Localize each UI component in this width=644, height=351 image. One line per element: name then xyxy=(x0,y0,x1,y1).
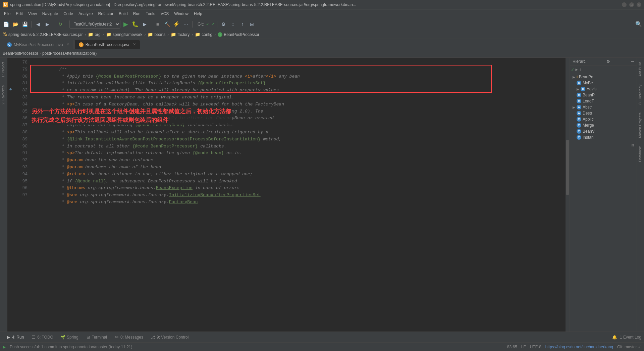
save-button[interactable]: 💾 xyxy=(21,20,29,28)
h-icon-destr: A xyxy=(577,111,581,116)
vcs-tab-label: 9: Version Control xyxy=(157,335,189,340)
ln-85: 85 xyxy=(14,108,28,115)
h-label-mybe: MyBe xyxy=(583,81,593,85)
refresh-button[interactable]: ↻ xyxy=(56,20,64,28)
h-item-beanv[interactable]: C BeanV xyxy=(570,128,637,134)
vcs-button[interactable]: ↕ xyxy=(229,20,237,28)
minimize-button[interactable]: ─ xyxy=(622,2,627,7)
status-position[interactable]: 83:65 xyxy=(507,345,517,349)
beanpostprocessor-path[interactable]: BeanPostProcessor xyxy=(224,32,259,37)
todo-icon: ☰ xyxy=(31,335,36,340)
hierarchy-settings-icon[interactable]: ⚙ xyxy=(606,59,610,64)
menu-edit[interactable]: Edit xyxy=(13,10,25,17)
run-tab-run[interactable]: ▶ 4: Run xyxy=(3,333,27,342)
menu-run[interactable]: Run xyxy=(130,10,143,17)
tab1-type-icon: C xyxy=(7,42,12,47)
h-item-destr[interactable]: A Destr xyxy=(570,110,637,116)
h-icon-applic: C xyxy=(577,117,581,122)
h-item-instan[interactable]: C Instan xyxy=(570,134,637,140)
run-coverage-button[interactable]: ▶ xyxy=(141,20,149,28)
h-icon-merge: C xyxy=(577,123,581,128)
h-item-beanp[interactable]: C BeanP xyxy=(570,92,637,98)
status-url[interactable]: https://blog.csdn.net/suchanidaerkang xyxy=(545,345,613,349)
event-log-label[interactable]: 1 Event Log xyxy=(620,335,641,340)
menu-analyze[interactable]: Analyze xyxy=(76,10,96,17)
settings-button[interactable]: ⚙ xyxy=(220,20,228,28)
build-button[interactable]: 🔨 xyxy=(163,20,171,28)
breadcrumb-method[interactable]: postProcessAfterInitialization() xyxy=(42,51,97,56)
scrollbar-thumb[interactable] xyxy=(566,140,569,195)
hierarchy-collapse-icon[interactable]: ─ xyxy=(631,59,634,64)
h-item-beanpo[interactable]: ▶ I BeanPo xyxy=(570,74,637,80)
config-icon: 📁 xyxy=(195,32,200,37)
side-tab-project[interactable]: 1: Project xyxy=(0,58,7,81)
tab1-close-icon[interactable]: ✕ xyxy=(66,42,69,47)
h-item-mybe[interactable]: C MyBe xyxy=(570,80,637,86)
more-button[interactable]: ⋯ xyxy=(182,20,190,28)
fold-icon[interactable]: ⊖ xyxy=(9,87,12,92)
menu-refactor[interactable]: Refactor xyxy=(96,10,116,17)
open-button[interactable]: 📂 xyxy=(11,20,19,28)
back-button[interactable]: ◀ xyxy=(34,20,42,28)
h-item-merge[interactable]: C Merge xyxy=(570,122,637,128)
h-item-applic[interactable]: C Applic xyxy=(570,116,637,122)
menu-help[interactable]: Help xyxy=(191,10,205,17)
side-tab-favorites[interactable]: 2: Favorites xyxy=(0,81,7,108)
status-lf[interactable]: LF xyxy=(521,345,526,349)
menu-code[interactable]: Code xyxy=(61,10,76,17)
h-item-loadt[interactable]: C LoadT xyxy=(570,98,637,104)
side-tab-hierarchy[interactable]: 8: Hierarchy xyxy=(637,81,644,108)
run-tab-messages[interactable]: ✉ 0: Messages xyxy=(111,333,147,342)
config-path[interactable]: config xyxy=(202,32,212,37)
menu-window[interactable]: Window xyxy=(171,10,191,17)
run-tab-terminal[interactable]: ⊟ Terminal xyxy=(83,333,110,342)
run-tab-vcs[interactable]: ⎇ 9: Version Control xyxy=(147,333,192,342)
maximize-button[interactable]: □ xyxy=(629,2,634,7)
menu-vcs[interactable]: VCS xyxy=(158,10,172,17)
search-icon[interactable]: 🔍 xyxy=(635,21,642,28)
beans-path[interactable]: beans xyxy=(154,32,165,37)
h-label-destr: Destr xyxy=(583,111,592,116)
stop-button[interactable]: ■ xyxy=(154,20,162,28)
status-branch[interactable]: Git: master ✓ xyxy=(617,345,641,349)
run-config-selector[interactable]: TestOfLifeCycle.test2 xyxy=(69,20,120,29)
hierarchy-up-icon[interactable]: ↑ xyxy=(579,68,582,72)
run-tab-todo[interactable]: ☰ 6: TODO xyxy=(28,333,57,342)
status-utf[interactable]: UTF-8 xyxy=(530,345,541,349)
h-item-advis[interactable]: ▶ C Advis xyxy=(570,86,637,92)
h-item-abstr[interactable]: ▶ A Abstr xyxy=(570,104,637,110)
run-icon-status: ▶ xyxy=(3,345,6,349)
menu-tools[interactable]: Tools xyxy=(143,10,158,17)
org-path[interactable]: org xyxy=(95,32,100,37)
push-button[interactable]: ↑ xyxy=(238,20,247,28)
tab-beanpostprocessor[interactable]: I BeanPostProcessor.java ✕ xyxy=(74,40,140,49)
side-tab-maven[interactable]: Maven Projects xyxy=(637,108,644,142)
side-tab-antbuild[interactable]: Ant Build xyxy=(637,58,644,81)
make-button[interactable]: ⚡ xyxy=(172,20,180,28)
forward-button[interactable]: ▶ xyxy=(43,20,51,28)
side-tabs-left: 1: Project 2: Favorites xyxy=(0,58,7,332)
tab-mybeanpostprocessor[interactable]: C MyBeanPostProcessor.java ✕ xyxy=(3,40,74,49)
ln-86: 86 xyxy=(14,115,28,122)
ln-80: 80 xyxy=(14,73,28,80)
jar-path[interactable]: spring-beans-5.2.2.RELEASE-sources.jar xyxy=(8,32,83,37)
run-button[interactable]: ▶ xyxy=(122,20,130,28)
menu-navigate[interactable]: Navigate xyxy=(40,10,61,17)
springframework-path[interactable]: springframework xyxy=(113,32,143,37)
h-label-loadt: LoadT xyxy=(583,99,594,103)
editor-scrollbar[interactable] xyxy=(566,58,570,332)
hierarchy-expand-icon[interactable]: ▶ xyxy=(575,67,578,72)
menu-file[interactable]: File xyxy=(1,10,13,17)
code-content[interactable]: /** * Apply this {@code BeanPostProcesso… xyxy=(30,58,566,332)
run-tab-spring[interactable]: 🌱 Spring xyxy=(57,333,82,342)
side-tab-database[interactable]: Database xyxy=(637,142,644,166)
terminal-button[interactable]: ⊟ xyxy=(248,20,256,28)
new-file-button[interactable]: 📄 xyxy=(2,20,10,28)
tab2-close-icon[interactable]: ✕ xyxy=(133,42,136,47)
menu-view[interactable]: View xyxy=(25,10,40,17)
debug-button[interactable]: 🐛 xyxy=(131,20,139,28)
close-button[interactable]: ✕ xyxy=(637,2,641,7)
breadcrumb-class[interactable]: BeanPostProcessor xyxy=(3,51,38,56)
menu-build[interactable]: Build xyxy=(116,10,130,17)
factory-path[interactable]: factory xyxy=(177,32,190,37)
